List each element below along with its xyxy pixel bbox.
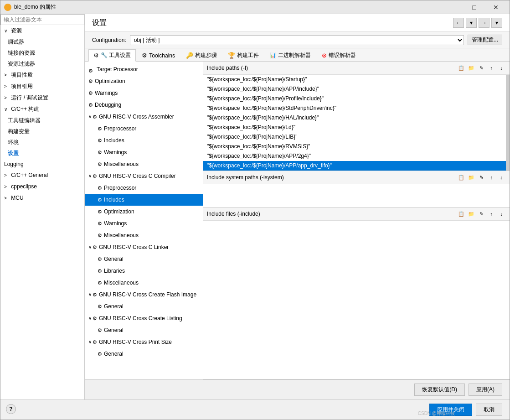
path-item-6[interactable]: "${workspace_loc:/${ProjName}/LIB}" [203,132,506,142]
st-linker-miscellaneous[interactable]: ⚙ Miscellaneous [85,277,203,289]
st-c-includes[interactable]: ⚙ Includes [85,194,203,206]
st-gnu-c-compiler[interactable]: ∨ ⚙ GNU RISC-V Cross C Compiler [85,170,203,182]
include-files-up-btn[interactable]: ↑ [487,209,496,218]
st-gnu-c-linker[interactable]: ∨ ⚙ GNU RISC-V Cross C Linker [85,241,203,253]
sidebar-item-tool-chain-editor[interactable]: 工具链编辑器 [0,115,84,126]
st-optimization[interactable]: ⚙ Optimization [85,75,203,87]
tab-build-steps[interactable]: 🔑 构建步骤 [181,49,222,62]
path-item-3[interactable]: "${workspace_loc:/${ProjName}/StdPeriphD… [203,104,506,113]
path-item-8[interactable]: "${workspace_loc:/${ProjName}/APP/2g4}" [203,151,506,161]
path-item-2[interactable]: "${workspace_loc:/${ProjName}/Profile/in… [203,94,506,104]
st-asm-warnings[interactable]: ⚙ Warnings [85,146,203,158]
include-paths-edit-btn[interactable]: ✎ [477,63,486,73]
filter-input[interactable] [0,14,84,25]
manage-config-button[interactable]: 管理配置... [468,35,502,45]
include-system-edit-btn[interactable]: ✎ [477,173,486,182]
include-system-up-btn[interactable]: ↑ [487,173,496,182]
sidebar-item-cpp-build[interactable]: ∨ C/C++ 构建 [0,104,84,115]
st-gnu-listing[interactable]: ∨ ⚙ GNU RISC-V Cross Create Listing [85,312,203,324]
st-print-general[interactable]: ⚙ General [85,348,203,360]
st-warnings[interactable]: ⚙ Warnings [85,87,203,99]
st-c-miscellaneous[interactable]: ⚙ Miscellaneous [85,229,203,241]
include-system-title: Include system paths (-isystem) [207,174,284,181]
edit-icon: ✎ [479,65,484,71]
forward-button[interactable]: → [479,18,489,28]
path-item-4[interactable]: "${workspace_loc:/${ProjName}/HAL/includ… [203,113,506,123]
back-button[interactable]: ← [453,18,464,28]
sidebar-item-run-debug-label: 运行 / 调试设置 [11,94,48,101]
path-item-9[interactable]: "${workspace_loc:/${ProjName}/APP/app_dr… [203,161,506,171]
sidebar-item-resources[interactable]: ∨ 资源 [0,25,84,36]
include-system-section: Include system paths (-isystem) 📋 📁 ✎ [203,171,510,207]
sidebar-item-linked-resources-label: 链接的资源 [8,50,35,56]
sidebar-item-run-debug[interactable]: > 运行 / 调试设置 [0,92,84,104]
error-parsers-icon: ⊗ [322,52,327,59]
include-paths-add-btn[interactable]: 📋 [457,63,466,73]
sidebar-item-logging[interactable]: Logging [0,159,84,170]
st-linker-general[interactable]: ⚙ General [85,253,203,265]
include-paths-buttons: 📋 📁 ✎ ↑ [457,63,506,73]
sidebar-item-cppeclipse[interactable]: > cppeclipse [0,181,84,192]
down-icon3: ↓ [500,211,503,217]
tab-build-artifacts[interactable]: 🏆 构建工件 [223,49,264,62]
minimize-button[interactable]: — [443,1,463,13]
sidebar-item-resource-filter[interactable]: 资源过滤器 [0,58,84,69]
maximize-button[interactable]: □ [464,1,484,13]
sidebar-item-linked-resources[interactable]: 链接的资源 [0,47,84,58]
st-c-optimization[interactable]: ⚙ Optimization [85,206,203,218]
st-debugging[interactable]: ⚙ Debugging [85,99,203,111]
path-item-7[interactable]: "${workspace_loc:/${ProjName}/RVMSIS}" [203,142,506,151]
st-c-preprocessor[interactable]: ⚙ Preprocessor [85,182,203,194]
sidebar-item-environment-label: 环境 [8,139,19,145]
sidebar-item-settings[interactable]: 设置 [0,148,84,159]
sidebar-item-debugger[interactable]: 调试器 [0,36,84,47]
st-flash-general[interactable]: ⚙ General [85,301,203,312]
st-linker-libraries[interactable]: ⚙ Libraries [85,265,203,277]
st-asm-miscellaneous[interactable]: ⚙ Miscellaneous [85,158,203,170]
st-listing-general[interactable]: ⚙ General [85,324,203,336]
nav-dropdown[interactable]: ▾ [466,18,477,28]
st-target-processor[interactable]: ⚙ Target Processor [85,63,203,75]
tab-binary-parsers[interactable]: 📊 二进制解析器 [265,49,316,62]
path-item-0[interactable]: "${workspace_loc:/${ProjName}/Startup}" [203,75,506,84]
help-label: ? [9,406,12,412]
include-paths-up-btn[interactable]: ↑ [487,63,496,73]
include-system-down-btn[interactable]: ↓ [497,173,506,182]
cancel-button[interactable]: 取消 [476,404,502,416]
config-select[interactable]: obj [ 活动 ] [130,35,464,45]
restore-defaults-button[interactable]: 恢复默认值(D) [414,384,465,396]
st-asm-includes[interactable]: ⚙ Includes [85,135,203,146]
forward-dropdown[interactable]: ▾ [491,18,502,28]
sidebar-item-mcu[interactable]: > MCU [0,192,84,204]
st-gnu-print-size[interactable]: ∨ ⚙ GNU RISC-V Cross Print Size [85,336,203,348]
path-item-5[interactable]: "${workspace_loc:/${ProjName}/Ld}" [203,123,506,132]
include-files-add-btn[interactable]: 📋 [457,209,466,218]
include-files-edit-btn[interactable]: ✎ [477,209,486,218]
path-item-1[interactable]: "${workspace_loc:/${ProjName}/APP/includ… [203,84,506,94]
include-files-down-btn[interactable]: ↓ [497,209,506,218]
sidebar-item-environment[interactable]: 环境 [0,137,84,148]
include-files-add-workspace-btn[interactable]: 📁 [467,209,476,218]
apply-button[interactable]: 应用(A) [469,384,502,396]
st-c-warnings[interactable]: ⚙ Warnings [85,218,203,229]
include-system-add-workspace-btn[interactable]: 📁 [467,173,476,182]
tab-error-parsers[interactable]: ⊗ 错误解析器 [317,49,361,62]
include-system-add-btn[interactable]: 📋 [457,173,466,182]
apply-close-button[interactable]: 应用并关闭 [429,404,472,416]
include-paths-down-btn[interactable]: ↓ [497,63,506,73]
close-button[interactable]: ✕ [485,1,506,13]
include-paths-add-workspace-btn[interactable]: 📁 [467,63,476,73]
sidebar-item-project-ref[interactable]: > 项目引用 [0,81,84,92]
tab-tool-settings[interactable]: ⚙ 🔧 工具设置 [88,49,136,62]
sidebar-item-project-props[interactable]: > 项目性质 [0,69,84,81]
st-gnu-flash-image[interactable]: ∨ ⚙ GNU RISC-V Cross Create Flash Image [85,289,203,301]
help-button[interactable]: ? [6,404,16,414]
tab-toolchains[interactable]: ⚙ Toolchains [137,50,180,61]
sidebar-item-build-vars[interactable]: 构建变量 [0,126,84,137]
st-c-optimization-label: Optimization [104,207,134,216]
tab-binary-parsers-label: 二进制解析器 [278,52,311,59]
sidebar-item-cpp-general[interactable]: > C/C++ General [0,170,84,181]
sidebar-item-resources-label: 资源 [11,27,22,34]
st-gnu-assembler[interactable]: ∨ ⚙ GNU RISC-V Cross Assembler [85,111,203,123]
st-asm-preprocessor[interactable]: ⚙ Preprocessor [85,123,203,135]
